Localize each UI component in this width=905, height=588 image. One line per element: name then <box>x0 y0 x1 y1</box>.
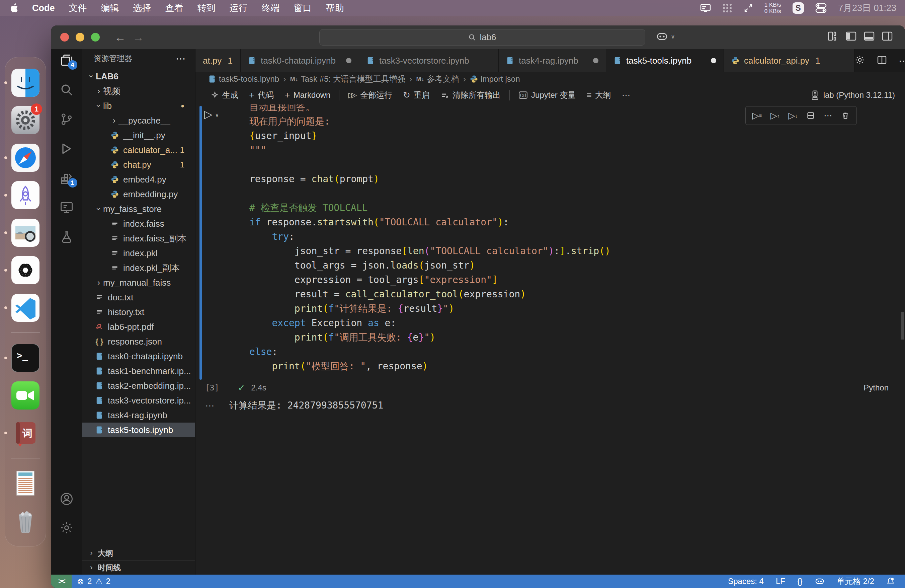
problems-indicator[interactable]: ⊗ 2 ⚠ 2 <box>77 577 110 586</box>
menu-app-name[interactable]: Code <box>32 3 55 13</box>
nb-toolbar-大纲[interactable]: ≡大纲 <box>581 88 616 102</box>
execute-by-line-icon[interactable]: ▷≡ <box>753 111 762 121</box>
window-title-bar[interactable]: ← → lab6 ∨ <box>51 25 905 49</box>
nb-toolbar-Markdown[interactable]: +Markdown <box>279 88 336 102</box>
dirty-indicator-icon[interactable] <box>711 58 716 63</box>
nb-toolbar-重启[interactable]: ↻重启 <box>398 88 435 102</box>
explorer-item[interactable]: task3-vectorstore.ip... <box>83 393 195 408</box>
menu-item-1[interactable]: 编辑 <box>101 2 119 14</box>
cell-language-picker[interactable]: Python <box>864 383 889 393</box>
toggle-primary-sidebar-icon[interactable] <box>845 31 857 41</box>
dock-item-vscode[interactable] <box>11 294 40 322</box>
navigate-back-button[interactable]: ← <box>114 31 126 44</box>
notifications-bell-icon[interactable] <box>886 577 895 586</box>
sidebar-section-时间线[interactable]: ›时间线 <box>83 560 195 575</box>
apple-logo-icon[interactable] <box>10 3 18 13</box>
nb-toolbar-Jupyter 变量[interactable]: (x)Jupyter 变量 <box>513 88 581 102</box>
explorer-item[interactable]: task2-embedding.ip... <box>83 378 195 393</box>
explorer-item[interactable]: ›__pycache__ <box>83 113 195 128</box>
display-icon[interactable] <box>700 3 711 13</box>
window-swap-arrows-icon[interactable] <box>744 3 753 13</box>
menu-item-7[interactable]: 窗口 <box>294 2 312 14</box>
menu-item-5[interactable]: 运行 <box>230 2 248 14</box>
editor-tab[interactable]: task4-rag.ipynb <box>499 49 606 72</box>
editor-tab[interactable]: task3-vectorstore.ipynb <box>359 49 499 72</box>
dock-item-trash[interactable] <box>11 507 40 535</box>
cell-code-editor[interactable]: 自动直接回答。现在用户的问题是:{user_input}"""response … <box>249 105 892 380</box>
toggle-panel-icon[interactable] <box>864 31 875 41</box>
explorer-item[interactable]: ›my_manual_faiss <box>83 275 195 290</box>
copilot-menu-button[interactable]: ∨ <box>656 32 675 41</box>
explorer-item[interactable]: chat.py1 <box>83 157 195 172</box>
minimize-window-button[interactable] <box>76 33 84 41</box>
menu-item-3[interactable]: 查看 <box>165 2 183 14</box>
editor-scrollbar[interactable] <box>901 312 904 340</box>
toggle-secondary-sidebar-icon[interactable] <box>881 31 893 41</box>
language-braces-indicator[interactable]: {} <box>797 577 803 586</box>
activity-remote-icon[interactable] <box>59 200 74 215</box>
explorer-item[interactable]: task1-benchmark.ip... <box>83 364 195 378</box>
nb-toolbar-全部运行[interactable]: ▷▷全部运行 <box>343 88 398 102</box>
split-cell-icon[interactable] <box>806 111 815 120</box>
explorer-item[interactable]: index.pkl_副本 <box>83 261 195 275</box>
breadcrumb-item[interactable]: M↓Task #5: 大语言模型工具增强 <box>290 74 405 84</box>
eol-indicator[interactable]: LF <box>776 577 785 586</box>
menu-clock[interactable]: 7月23日 01:23 <box>838 2 896 14</box>
explorer-item[interactable]: calculator_a...1 <box>83 143 195 157</box>
explorer-item[interactable]: index.faiss_副本 <box>83 231 195 246</box>
tab-settings-gear-icon[interactable] <box>854 55 865 67</box>
run-cell-button[interactable]: ▷∨ <box>204 108 219 121</box>
app-grid-icon[interactable] <box>722 3 732 13</box>
activity-extensions-icon[interactable]: 1 <box>59 171 74 186</box>
editor-tab[interactable]: task5-tools.ipynb <box>606 49 724 72</box>
navigate-forward-button[interactable]: → <box>133 31 144 44</box>
menu-item-2[interactable]: 选择 <box>133 2 151 14</box>
explorer-item[interactable]: { }response.json <box>83 334 195 349</box>
remote-indicator[interactable]: >< <box>51 575 71 588</box>
explorer-item[interactable]: ›my_faiss_store <box>83 202 195 216</box>
explorer-item[interactable]: ›LAB6 <box>83 69 195 84</box>
copilot-status-icon[interactable] <box>814 577 825 585</box>
explorer-item[interactable]: ›lib● <box>83 99 195 113</box>
dock-item-finder[interactable] <box>11 68 40 97</box>
notebook-canvas[interactable]: ▷∨ 自动直接回答。现在用户的问题是:{user_input}"""respon… <box>195 105 905 575</box>
dock-item-settings[interactable]: 1 <box>11 106 40 134</box>
sidebar-section-大纲[interactable]: ›大纲 <box>83 546 195 560</box>
explorer-item[interactable]: task5-tools.ipynb <box>83 423 195 437</box>
explorer-item[interactable]: index.pkl <box>83 246 195 261</box>
cell-more-actions-icon[interactable]: ⋯ <box>824 111 832 121</box>
menu-item-0[interactable]: 文件 <box>69 2 87 14</box>
cell-position-indicator[interactable]: 单元格 2/2 <box>837 576 874 586</box>
dock-item-dictionary[interactable]: 词 <box>11 419 40 447</box>
dock-item-rocket[interactable] <box>11 181 40 209</box>
explorer-item[interactable]: history.txt <box>83 305 195 319</box>
control-center-icon[interactable] <box>815 3 827 13</box>
editor-more-actions-icon[interactable]: ⋯ <box>899 55 905 67</box>
activity-settings-icon[interactable] <box>59 520 74 535</box>
breadcrumb-item[interactable]: import json <box>470 74 520 84</box>
customize-layout-icon[interactable] <box>827 31 839 41</box>
surge-menu-icon[interactable]: S <box>792 2 804 14</box>
activity-explorer-icon[interactable]: 4 <box>59 53 74 68</box>
explorer-item[interactable]: task4-rag.ipynb <box>83 408 195 423</box>
close-window-button[interactable] <box>60 33 69 41</box>
menu-item-6[interactable]: 终端 <box>262 2 280 14</box>
editor-tab[interactable]: task0-chatapi.ipynb <box>241 49 359 72</box>
activity-search-icon[interactable] <box>59 83 74 97</box>
dock-item-safari[interactable] <box>11 144 40 172</box>
explorer-item[interactable]: task0-chatapi.ipynb <box>83 349 195 364</box>
dirty-indicator-icon[interactable] <box>346 58 351 63</box>
split-editor-icon[interactable] <box>876 55 887 67</box>
nb-toolbar-代码[interactable]: +代码 <box>244 88 279 102</box>
explorer-item[interactable]: lab6-ppt.pdf <box>83 319 195 334</box>
editor-tab[interactable]: at.py1 <box>195 49 241 72</box>
delete-cell-icon[interactable] <box>841 111 850 120</box>
explorer-item[interactable]: index.faiss <box>83 216 195 231</box>
kernel-picker[interactable]: lab (Python 3.12.11) <box>811 86 895 105</box>
execute-cell-and-below-icon[interactable]: ▷↓ <box>789 111 798 121</box>
dock-item-chatgpt[interactable] <box>11 256 40 284</box>
menu-item-4[interactable]: 转到 <box>197 2 216 14</box>
network-speed-indicator[interactable]: 1 KB/s0 KB/s <box>764 2 781 14</box>
explorer-item[interactable]: embed4.py <box>83 172 195 187</box>
dock-item-facetime[interactable] <box>11 381 40 410</box>
